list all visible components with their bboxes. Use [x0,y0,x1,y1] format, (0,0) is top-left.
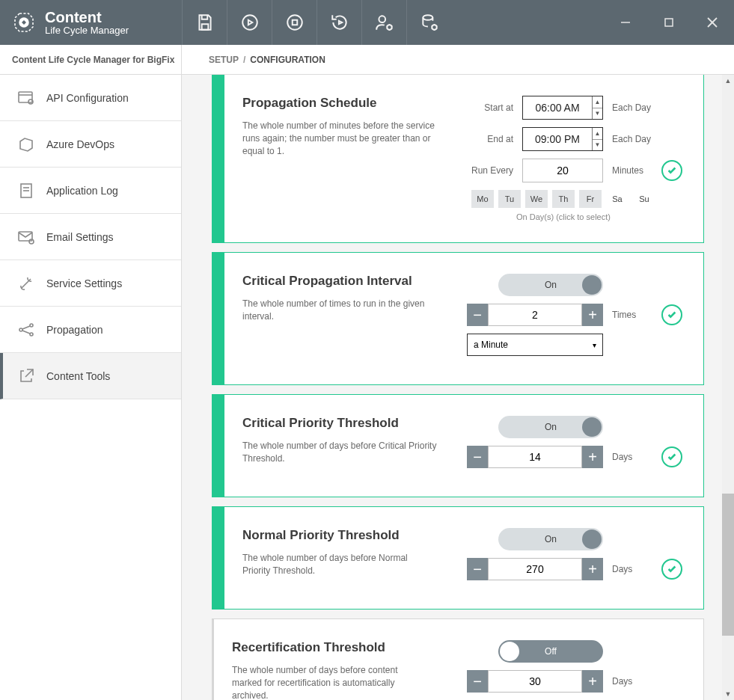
card-title: Critical Priority Threshold [242,416,437,431]
sidebar-item-content-tools[interactable]: Content Tools [0,353,181,399]
card-propagation-schedule: Propagation Schedule The whole number of… [212,75,704,243]
run-every-label: Run Every [471,165,513,176]
confirm-check-icon[interactable] [661,559,682,580]
toggle-normal-threshold[interactable]: On [498,528,603,550]
recert-threshold-input[interactable] [488,670,582,693]
run-every-input[interactable] [522,159,603,182]
minimize-button[interactable] [604,0,647,45]
scrollbar-track[interactable]: ▲ ▼ [722,75,734,700]
start-at-label: Start at [471,102,513,113]
card-critical-threshold: Critical Priority Threshold The whole nu… [212,394,704,497]
card-accent [212,75,224,242]
card-recert-threshold: Recertification Threshold The whole numb… [212,618,704,700]
toggle-recert-threshold[interactable]: Off [498,640,603,663]
days-selector: Mo Tu We Th Fr Sa Su [444,190,682,208]
card-description: The whole number of days before content … [232,664,426,700]
day-th[interactable]: Th [552,190,575,208]
decrement-button[interactable]: − [467,558,488,580]
toggle-critical-threshold[interactable]: On [498,416,603,438]
day-su[interactable]: Su [633,190,655,208]
increment-button[interactable]: + [582,304,603,326]
breadcrumb-current: CONFIGURATION [250,55,325,65]
days-caption: On Day(s) (click to select) [444,212,682,221]
sidebar-item-api-configuration[interactable]: API Configuration [0,75,181,121]
start-unit: Each Day [612,102,652,113]
svg-point-2 [287,15,302,30]
play-icon[interactable] [227,0,272,45]
spin-down-icon[interactable]: ▼ [593,140,602,151]
sidebar-item-azure-devops[interactable]: Azure DevOps [0,121,181,168]
scroll-down-arrow[interactable]: ▼ [722,688,734,700]
critical-interval-input[interactable] [488,304,582,326]
save-icon[interactable] [182,0,227,45]
database-settings-icon[interactable] [406,0,451,45]
user-settings-icon[interactable] [361,0,406,45]
svg-rect-9 [665,19,673,26]
stop-icon[interactable] [272,0,316,45]
day-tu[interactable]: Tu [498,190,521,208]
svg-point-4 [379,16,385,22]
spin-up-icon[interactable]: ▲ [593,96,602,108]
chevron-down-icon: ▾ [593,341,596,349]
end-time-input[interactable]: 09:00 PM ▲▼ [522,127,603,151]
svg-point-1 [242,15,257,30]
critical-threshold-input[interactable] [488,446,582,468]
svg-rect-12 [19,92,32,102]
svg-rect-3 [292,20,297,25]
scrollbar-thumb[interactable] [722,494,734,636]
devops-icon [16,135,36,154]
sidebar-item-propagation[interactable]: Propagation [0,307,181,353]
spin-up-icon[interactable]: ▲ [593,128,602,140]
unit-days: Days [612,452,652,462]
card-title: Propagation Schedule [242,96,437,111]
scroll-up-arrow[interactable]: ▲ [722,75,734,87]
sidebar-item-label: API Configuration [46,92,129,104]
normal-threshold-input[interactable] [488,558,582,580]
decrement-button[interactable]: − [467,446,488,468]
sidebar-item-label: Content Tools [46,370,110,382]
replay-icon[interactable] [316,0,361,45]
increment-button[interactable]: + [582,670,603,693]
confirm-check-icon[interactable] [661,160,682,181]
increment-button[interactable]: + [582,558,603,580]
svg-point-19 [29,239,34,244]
sidebar-item-email-settings[interactable]: Email Settings [0,214,181,260]
sidebar-item-application-log[interactable]: Application Log [0,168,181,214]
confirm-check-icon[interactable] [661,304,682,325]
interval-unit-select[interactable]: a Minute ▾ [467,334,603,356]
propagation-icon [16,320,36,340]
day-we[interactable]: We [525,190,548,208]
unit-days: Days [612,564,652,574]
decrement-button[interactable]: − [467,670,488,693]
spin-down-icon[interactable]: ▼ [593,108,602,120]
sidebar-item-service-settings[interactable]: Service Settings [0,260,181,307]
card-description: The whole number of times to run in the … [242,298,437,323]
card-description: The whole number of days before Critical… [242,440,437,465]
start-time-input[interactable]: 06:00 AM ▲▼ [522,96,603,120]
svg-line-24 [22,331,30,334]
card-accent [212,253,224,384]
card-description: The whole number of minutes before the s… [242,120,437,157]
close-button[interactable] [691,0,734,45]
day-fr[interactable]: Fr [579,190,602,208]
toggle-knob [500,642,519,661]
svg-point-22 [30,333,33,336]
svg-point-20 [19,328,22,331]
breadcrumb-root[interactable]: SETUP [209,55,239,65]
app-context-label: Content Life Cycle Manager for BigFix [0,45,182,74]
toggle-knob [582,417,602,437]
breadcrumb-separator: / [243,55,245,65]
end-unit: Each Day [612,134,652,144]
confirm-check-icon[interactable] [661,446,682,467]
toggle-critical-interval[interactable]: On [498,274,603,296]
card-accent [212,507,224,609]
run-unit: Minutes [612,165,652,176]
day-mo[interactable]: Mo [471,190,494,208]
day-sa[interactable]: Sa [606,190,629,208]
increment-button[interactable]: + [582,446,603,468]
maximize-button[interactable] [647,0,691,45]
sidebar-item-label: Azure DevOps [46,138,114,150]
svg-point-21 [30,324,33,327]
breadcrumb: SETUP / CONFIGURATION [182,45,325,74]
decrement-button[interactable]: − [467,304,488,326]
